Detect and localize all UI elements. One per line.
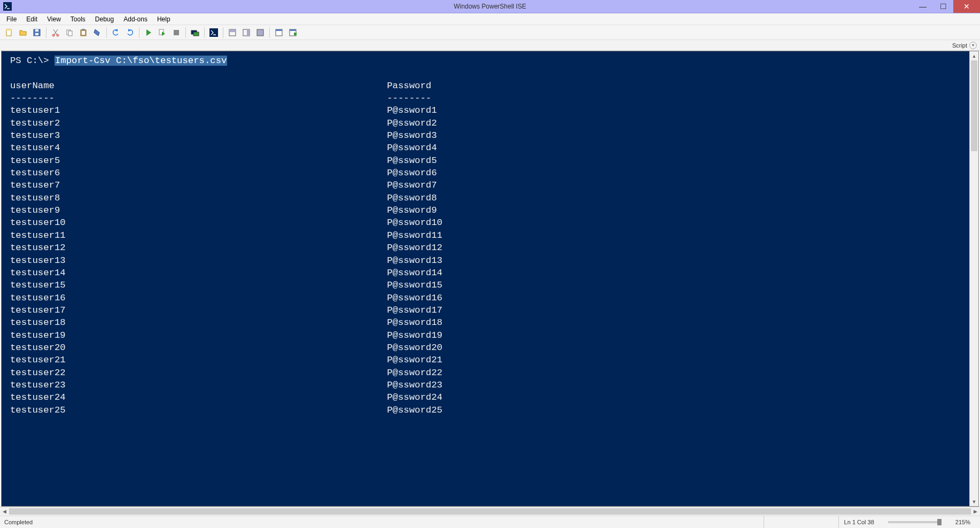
svg-rect-2 [6,29,11,31]
script-pane-bar[interactable]: Script ▾ [0,40,980,51]
zoom-slider[interactable] [888,521,942,523]
show-script-max-icon[interactable] [254,26,267,39]
show-script-right-icon[interactable] [240,26,253,39]
close-button[interactable]: ✕ [953,0,980,13]
svg-rect-21 [247,29,250,36]
window-controls: — ☐ ✕ [913,0,980,13]
new-file-icon[interactable] [3,26,15,39]
cut-icon[interactable] [49,26,62,39]
hscroll-thumb[interactable] [9,508,971,515]
show-command-icon[interactable] [273,26,285,39]
remote-icon[interactable] [189,26,201,39]
maximize-button[interactable]: ☐ [933,0,953,13]
clear-icon[interactable] [91,26,104,39]
redo-icon[interactable] [123,26,136,39]
menu-edit[interactable]: Edit [22,14,42,24]
console-pane[interactable]: PS C:\> Import-Csv C:\fso\testusers.csv … [1,51,979,507]
scroll-up-arrow[interactable]: ▲ [970,51,978,60]
svg-rect-9 [68,31,72,36]
menu-add-ons[interactable]: Add-ons [119,14,152,24]
show-script-top-icon[interactable] [226,26,239,39]
horizontal-scrollbar[interactable]: ◀ ▶ [0,507,980,516]
scroll-down-arrow[interactable]: ▼ [970,497,978,506]
svg-rect-14 [174,30,179,35]
minimize-button[interactable]: — [913,0,933,13]
svg-rect-19 [229,29,236,32]
run-icon[interactable] [142,26,155,39]
menu-tools[interactable]: Tools [66,14,90,24]
menu-debug[interactable]: Debug [91,14,118,24]
svg-rect-11 [82,31,85,35]
copy-icon[interactable] [63,26,76,39]
chevron-down-icon[interactable]: ▾ [969,42,977,49]
open-file-icon[interactable] [17,26,29,39]
menubar: FileEditViewToolsDebugAdd-onsHelp [0,13,980,25]
run-selection-icon[interactable] [156,26,169,39]
script-pane-label: Script [952,42,967,49]
save-icon[interactable] [30,26,43,39]
svg-rect-17 [209,28,218,37]
vertical-scrollbar[interactable]: ▲ ▼ [969,51,978,506]
svg-rect-4 [35,33,38,35]
status-text: Completed [4,519,764,525]
window-title: Windows PowerShell ISE [454,3,526,10]
powershell-icon[interactable] [207,26,220,39]
powershell-app-icon [3,2,12,11]
menu-help[interactable]: Help [153,14,175,24]
svg-rect-24 [276,29,282,31]
svg-rect-22 [257,29,263,36]
zoom-level: 215% [950,516,976,528]
status-empty [764,516,838,528]
svg-rect-16 [193,32,199,36]
toolbar [0,25,980,40]
titlebar: Windows PowerShell ISE — ☐ ✕ [0,0,980,13]
svg-rect-5 [35,29,38,32]
zoom-knob[interactable] [937,519,942,525]
stop-icon[interactable] [170,26,183,39]
scroll-thumb[interactable] [971,60,977,151]
status-lncol: Ln 1 Col 38 [838,516,880,528]
paste-icon[interactable] [77,26,90,39]
show-command-addon-icon[interactable] [286,26,299,39]
undo-icon[interactable] [110,26,122,39]
menu-file[interactable]: File [2,14,21,24]
console-output[interactable]: PS C:\> Import-Csv C:\fso\testusers.csv … [2,51,978,506]
svg-rect-12 [82,29,85,30]
zoom-control[interactable] [880,516,950,528]
svg-rect-27 [294,33,297,35]
scroll-left-arrow[interactable]: ◀ [0,507,9,516]
scroll-right-arrow[interactable]: ▶ [971,507,980,516]
svg-rect-26 [290,29,296,31]
statusbar: Completed Ln 1 Col 38 215% [0,516,980,528]
menu-view[interactable]: View [43,14,65,24]
